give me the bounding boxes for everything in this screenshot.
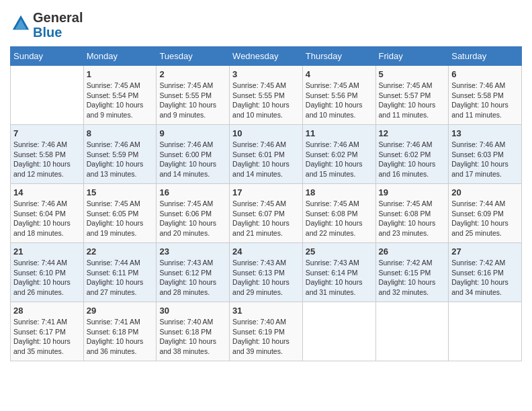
day-cell: 21Sunrise: 7:44 AMSunset: 6:10 PMDayligh… — [11, 243, 84, 302]
day-cell: 31Sunrise: 7:40 AMSunset: 6:19 PMDayligh… — [230, 302, 303, 361]
day-info: Sunrise: 7:44 AMSunset: 6:10 PMDaylight:… — [13, 258, 81, 298]
day-cell: 30Sunrise: 7:40 AMSunset: 6:18 PMDayligh… — [157, 302, 230, 361]
day-cell: 28Sunrise: 7:41 AMSunset: 6:17 PMDayligh… — [11, 302, 84, 361]
day-cell: 1Sunrise: 7:45 AMSunset: 5:54 PMDaylight… — [83, 66, 157, 125]
day-info: Sunrise: 7:45 AMSunset: 5:55 PMDaylight:… — [232, 81, 300, 120]
day-info: Sunrise: 7:43 AMSunset: 6:13 PMDaylight:… — [232, 258, 300, 298]
day-info: Sunrise: 7:46 AMSunset: 6:00 PMDaylight:… — [159, 140, 226, 179]
day-info: Sunrise: 7:46 AMSunset: 6:04 PMDaylight:… — [13, 199, 81, 238]
day-number: 29 — [87, 306, 154, 316]
day-number: 17 — [232, 187, 300, 197]
day-cell: 20Sunrise: 7:44 AMSunset: 6:09 PMDayligh… — [449, 184, 522, 243]
week-row-5: 28Sunrise: 7:41 AMSunset: 6:17 PMDayligh… — [11, 302, 522, 361]
weekday-header-row: SundayMondayTuesdayWednesdayThursdayFrid… — [11, 47, 522, 66]
day-number: 14 — [13, 187, 81, 197]
logo-blue: Blue — [33, 25, 83, 40]
day-info: Sunrise: 7:42 AMSunset: 6:16 PMDaylight:… — [451, 258, 519, 298]
logo: General Blue — [10, 10, 83, 40]
day-info: Sunrise: 7:45 AMSunset: 6:05 PMDaylight:… — [87, 199, 154, 238]
day-info: Sunrise: 7:41 AMSunset: 6:18 PMDaylight:… — [87, 317, 154, 357]
day-cell: 5Sunrise: 7:45 AMSunset: 5:57 PMDaylight… — [375, 66, 449, 125]
day-number: 26 — [379, 246, 446, 257]
day-number: 9 — [159, 128, 226, 138]
day-number: 18 — [306, 187, 373, 197]
day-number: 28 — [13, 306, 81, 316]
day-cell — [375, 302, 449, 361]
day-cell: 25Sunrise: 7:43 AMSunset: 6:14 PMDayligh… — [302, 243, 375, 302]
day-number: 3 — [232, 69, 300, 79]
day-number: 10 — [232, 128, 300, 138]
day-info: Sunrise: 7:46 AMSunset: 5:59 PMDaylight:… — [87, 140, 154, 179]
day-info: Sunrise: 7:41 AMSunset: 6:17 PMDaylight:… — [13, 317, 81, 357]
weekday-header-saturday: Saturday — [449, 47, 522, 66]
day-info: Sunrise: 7:40 AMSunset: 6:19 PMDaylight:… — [232, 317, 300, 357]
day-cell: 16Sunrise: 7:45 AMSunset: 6:06 PMDayligh… — [157, 184, 230, 243]
day-info: Sunrise: 7:44 AMSunset: 6:09 PMDaylight:… — [451, 199, 519, 238]
day-info: Sunrise: 7:46 AMSunset: 6:02 PMDaylight:… — [379, 140, 446, 179]
day-info: Sunrise: 7:40 AMSunset: 6:18 PMDaylight:… — [159, 317, 226, 357]
calendar-table: SundayMondayTuesdayWednesdayThursdayFrid… — [10, 46, 522, 361]
day-number: 31 — [232, 306, 300, 316]
day-info: Sunrise: 7:45 AMSunset: 5:54 PMDaylight:… — [87, 81, 154, 120]
day-info: Sunrise: 7:45 AMSunset: 6:07 PMDaylight:… — [232, 199, 300, 238]
day-number: 30 — [159, 306, 226, 316]
day-cell: 13Sunrise: 7:46 AMSunset: 6:03 PMDayligh… — [449, 125, 522, 184]
day-cell: 10Sunrise: 7:46 AMSunset: 6:01 PMDayligh… — [230, 125, 303, 184]
logo-general: General — [33, 10, 83, 25]
day-number: 6 — [451, 69, 519, 79]
day-info: Sunrise: 7:46 AMSunset: 6:01 PMDaylight:… — [232, 140, 300, 179]
day-info: Sunrise: 7:46 AMSunset: 5:58 PMDaylight:… — [451, 81, 519, 120]
day-cell: 24Sunrise: 7:43 AMSunset: 6:13 PMDayligh… — [230, 243, 303, 302]
day-cell: 11Sunrise: 7:46 AMSunset: 6:02 PMDayligh… — [302, 125, 375, 184]
day-number: 15 — [87, 187, 154, 197]
day-cell: 14Sunrise: 7:46 AMSunset: 6:04 PMDayligh… — [11, 184, 84, 243]
day-number: 23 — [159, 246, 226, 257]
day-number: 8 — [87, 128, 154, 138]
day-info: Sunrise: 7:46 AMSunset: 6:02 PMDaylight:… — [306, 140, 373, 179]
day-info: Sunrise: 7:45 AMSunset: 6:06 PMDaylight:… — [159, 199, 226, 238]
logo-icon — [11, 14, 30, 33]
day-cell: 2Sunrise: 7:45 AMSunset: 5:55 PMDaylight… — [157, 66, 230, 125]
day-cell: 18Sunrise: 7:45 AMSunset: 6:08 PMDayligh… — [302, 184, 375, 243]
day-cell: 6Sunrise: 7:46 AMSunset: 5:58 PMDaylight… — [449, 66, 522, 125]
day-info: Sunrise: 7:45 AMSunset: 6:08 PMDaylight:… — [379, 199, 446, 238]
day-info: Sunrise: 7:45 AMSunset: 5:56 PMDaylight:… — [306, 81, 373, 120]
weekday-header-friday: Friday — [375, 47, 449, 66]
weekday-header-monday: Monday — [83, 47, 157, 66]
day-cell — [449, 302, 522, 361]
day-number: 21 — [13, 246, 81, 257]
day-info: Sunrise: 7:44 AMSunset: 6:11 PMDaylight:… — [87, 258, 154, 298]
day-number: 13 — [451, 128, 519, 138]
day-cell: 3Sunrise: 7:45 AMSunset: 5:55 PMDaylight… — [230, 66, 303, 125]
day-number: 25 — [306, 246, 373, 257]
day-cell: 17Sunrise: 7:45 AMSunset: 6:07 PMDayligh… — [230, 184, 303, 243]
day-info: Sunrise: 7:43 AMSunset: 6:14 PMDaylight:… — [306, 258, 373, 298]
day-cell: 12Sunrise: 7:46 AMSunset: 6:02 PMDayligh… — [375, 125, 449, 184]
day-number: 24 — [232, 246, 300, 257]
week-row-4: 21Sunrise: 7:44 AMSunset: 6:10 PMDayligh… — [11, 243, 522, 302]
day-cell: 22Sunrise: 7:44 AMSunset: 6:11 PMDayligh… — [83, 243, 157, 302]
day-info: Sunrise: 7:46 AMSunset: 5:58 PMDaylight:… — [13, 140, 81, 179]
day-cell: 8Sunrise: 7:46 AMSunset: 5:59 PMDaylight… — [83, 125, 157, 184]
day-info: Sunrise: 7:46 AMSunset: 6:03 PMDaylight:… — [451, 140, 519, 179]
day-number: 11 — [306, 128, 373, 138]
day-cell — [11, 66, 84, 125]
day-number: 19 — [379, 187, 446, 197]
day-number: 2 — [159, 69, 226, 79]
week-row-3: 14Sunrise: 7:46 AMSunset: 6:04 PMDayligh… — [11, 184, 522, 243]
day-cell: 9Sunrise: 7:46 AMSunset: 6:00 PMDaylight… — [157, 125, 230, 184]
day-cell: 27Sunrise: 7:42 AMSunset: 6:16 PMDayligh… — [449, 243, 522, 302]
day-info: Sunrise: 7:42 AMSunset: 6:15 PMDaylight:… — [379, 258, 446, 298]
day-number: 1 — [87, 69, 154, 79]
day-number: 16 — [159, 187, 226, 197]
day-number: 5 — [379, 69, 446, 79]
day-cell: 4Sunrise: 7:45 AMSunset: 5:56 PMDaylight… — [302, 66, 375, 125]
day-cell: 23Sunrise: 7:43 AMSunset: 6:12 PMDayligh… — [157, 243, 230, 302]
day-number: 20 — [451, 187, 519, 197]
day-cell: 7Sunrise: 7:46 AMSunset: 5:58 PMDaylight… — [11, 125, 84, 184]
weekday-header-sunday: Sunday — [11, 47, 84, 66]
page-header: General Blue — [10, 10, 522, 40]
weekday-header-wednesday: Wednesday — [230, 47, 303, 66]
day-info: Sunrise: 7:43 AMSunset: 6:12 PMDaylight:… — [159, 258, 226, 298]
day-cell: 19Sunrise: 7:45 AMSunset: 6:08 PMDayligh… — [375, 184, 449, 243]
